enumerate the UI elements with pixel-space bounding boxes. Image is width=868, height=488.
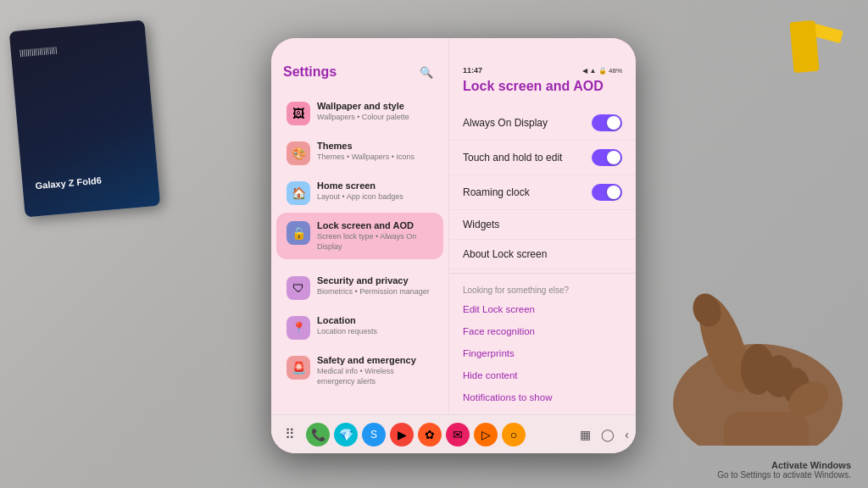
settings-item-location[interactable]: 📍 Location Location requests	[276, 308, 443, 347]
windows-activate: Activate Windows Go to Settings to activ…	[717, 460, 851, 480]
nav-apps-container: ⠿ 📞 💎 S ▶ ✿ ✉ ▷ ○	[278, 423, 526, 446]
setting-row-aod[interactable]: Always On Display	[449, 106, 636, 141]
phone-box-barcode: |||||||||||||||||||	[19, 45, 57, 58]
wallpaper-subtitle: Wallpapers • Colour palette	[317, 113, 433, 123]
roaming-toggle-knob	[607, 186, 620, 199]
touch-hold-label: Touch and hold to edit	[463, 152, 562, 164]
settings-item-themes[interactable]: 🎨 Themes Themes • Wallpapers • Icons	[276, 133, 443, 172]
settings-item-safety[interactable]: 🚨 Safety and emergency Medical info • Wi…	[276, 347, 443, 394]
roaming-label: Roaming clock	[463, 186, 530, 198]
about-label: About Lock screen	[463, 248, 547, 260]
link-notifications[interactable]: Notifications to show	[449, 386, 636, 408]
nav-play-app[interactable]: ▷	[474, 423, 498, 446]
themes-title: Themes	[317, 140, 433, 152]
section-divider	[449, 273, 636, 274]
nav-controls: ▦ ◯ ‹	[580, 428, 629, 441]
corner-object-2	[789, 20, 819, 73]
link-face-recognition[interactable]: Face recognition	[449, 320, 636, 342]
nav-flower-app[interactable]: ✿	[418, 423, 442, 446]
home-screen-subtitle: Layout • App icon badges	[317, 192, 433, 202]
settings-header: Settings 🔍	[271, 62, 448, 92]
widgets-label: Widgets	[463, 219, 499, 230]
security-icon: 🛡	[287, 276, 310, 300]
home-screen-icon: 🏠	[287, 181, 310, 205]
home-screen-title: Home screen	[317, 180, 433, 191]
safety-title: Safety and emergency	[317, 354, 433, 366]
location-icon: 📍	[287, 316, 310, 340]
setting-row-widgets[interactable]: Widgets	[449, 210, 636, 240]
roaming-toggle[interactable]	[592, 184, 622, 201]
search-button[interactable]: 🔍	[416, 62, 437, 82]
status-time: 11:47	[463, 66, 482, 75]
lock-screen-panel-title: Lock screen and AOD	[449, 79, 636, 106]
aod-label: Always On Display	[463, 117, 548, 129]
status-icons: ◀ ▲ 🔒 48%	[582, 67, 622, 75]
navigation-bar: ⠿ 📞 💎 S ▶ ✿ ✉ ▷ ○ ▦ ◯ ‹	[271, 414, 636, 453]
wallpaper-text: Wallpaper and style Wallpapers • Colour …	[317, 100, 433, 123]
lock-screen-text: Lock screen and AOD Screen lock type • A…	[317, 219, 433, 252]
security-subtitle: Biometrics • Permission manager	[317, 287, 433, 297]
location-subtitle: Location requests	[317, 327, 433, 337]
safety-text: Safety and emergency Medical info • Wire…	[317, 354, 433, 387]
lock-screen-icon: 🔒	[287, 221, 310, 245]
security-text: Security and privacy Biometrics • Permis…	[317, 274, 433, 297]
nav-red-app[interactable]: ▶	[390, 423, 414, 446]
link-hide-content[interactable]: Hide content	[449, 364, 636, 386]
home-screen-text: Home screen Layout • App icon badges	[317, 180, 433, 202]
touch-hold-toggle-knob	[607, 151, 620, 164]
nav-recents-button[interactable]: ▦	[580, 428, 591, 441]
phone-box-logo: Galaxy Z Fold6	[35, 175, 102, 191]
themes-text: Themes Themes • Wallpapers • Icons	[317, 140, 433, 163]
settings-title: Settings	[283, 64, 337, 80]
settings-left-panel: Settings 🔍 🖼 Wallpaper and style Wallpap…	[271, 38, 449, 453]
settings-divider	[271, 260, 448, 267]
aod-toggle-knob	[607, 116, 620, 130]
wallpaper-title: Wallpaper and style	[317, 100, 433, 112]
aod-toggle[interactable]	[592, 114, 622, 131]
setting-row-roaming[interactable]: Roaming clock	[449, 175, 636, 210]
settings-item-lock-screen[interactable]: 🔒 Lock screen and AOD Screen lock type •…	[276, 213, 443, 259]
device-frame: Settings 🔍 🖼 Wallpaper and style Wallpap…	[271, 38, 636, 453]
nav-skype-app[interactable]: S	[362, 423, 386, 446]
phone-box: ||||||||||||||||||| Galaxy Z Fold6	[9, 19, 161, 217]
nav-phone-app[interactable]: 📞	[306, 423, 330, 446]
nav-all-apps[interactable]: ⠿	[278, 423, 302, 446]
touch-hold-toggle[interactable]	[592, 149, 622, 166]
safety-subtitle: Medical info • Wireless emergency alerts	[317, 367, 433, 386]
nav-back-button[interactable]: ‹	[625, 428, 629, 441]
corner-objects	[766, 17, 851, 85]
nav-gem-app[interactable]: 💎	[334, 423, 358, 446]
setting-row-about[interactable]: About Lock screen	[449, 240, 636, 269]
themes-subtitle: Themes • Wallpapers • Icons	[317, 152, 433, 163]
location-text: Location Location requests	[317, 314, 433, 337]
security-title: Security and privacy	[317, 274, 433, 286]
setting-row-touch-hold[interactable]: Touch and hold to edit	[449, 141, 636, 175]
nav-mail-app[interactable]: ✉	[446, 423, 470, 446]
settings-item-home-screen[interactable]: 🏠 Home screen Layout • App icon badges	[276, 173, 443, 212]
looking-for-label: Looking for something else?	[449, 277, 636, 298]
nav-home-button[interactable]: ◯	[601, 428, 615, 441]
lock-screen-right-panel: 11:47 ◀ ▲ 🔒 48% Lock screen and AOD Alwa…	[449, 38, 636, 453]
wallpaper-icon: 🖼	[287, 102, 310, 125]
nav-circle-app[interactable]: ○	[502, 423, 526, 446]
device-screen: Settings 🔍 🖼 Wallpaper and style Wallpap…	[271, 38, 636, 453]
status-bar: 11:47 ◀ ▲ 🔒 48%	[449, 62, 636, 79]
windows-activate-sub: Go to Settings to activate Windows.	[717, 470, 851, 480]
themes-icon: 🎨	[287, 141, 310, 165]
lock-screen-subtitle: Screen lock type • Always On Display	[317, 232, 433, 252]
lock-screen-title: Lock screen and AOD	[317, 219, 433, 231]
settings-item-wallpaper[interactable]: 🖼 Wallpaper and style Wallpapers • Colou…	[276, 93, 443, 132]
link-edit-lock-screen[interactable]: Edit Lock screen	[449, 298, 636, 320]
windows-activate-title: Activate Windows	[717, 460, 851, 470]
location-title: Location	[317, 314, 433, 326]
link-fingerprints[interactable]: Fingerprints	[449, 342, 636, 364]
safety-icon: 🚨	[287, 356, 310, 380]
settings-item-security[interactable]: 🛡 Security and privacy Biometrics • Perm…	[276, 268, 443, 307]
